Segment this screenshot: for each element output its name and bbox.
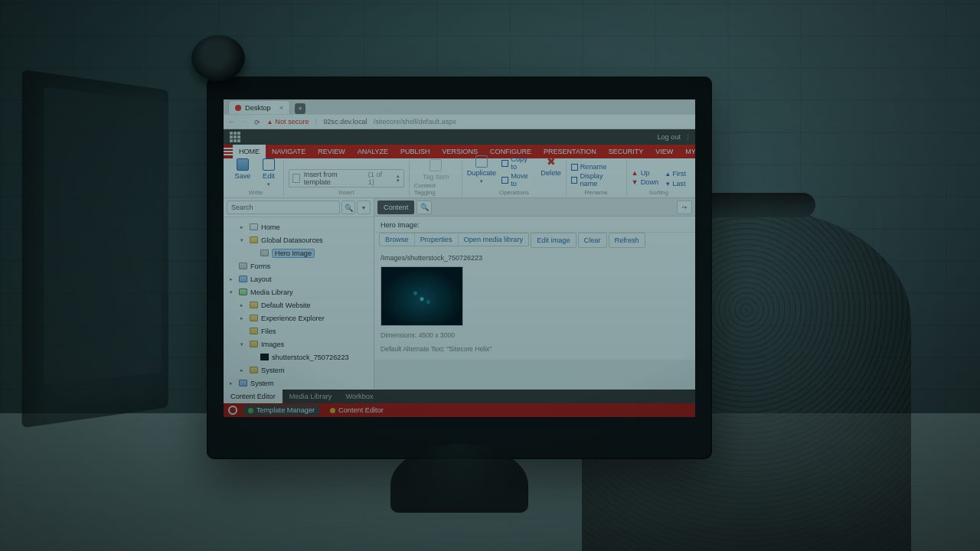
desktop-taskbar: Template Manager Content Editor bbox=[224, 403, 695, 417]
view-options-button[interactable]: ▪▾ bbox=[677, 201, 692, 214]
search-icon: 🔍 bbox=[345, 204, 353, 212]
system-icon bbox=[239, 380, 247, 386]
tree-node-default-site[interactable]: ▸Default Website bbox=[230, 298, 372, 311]
content-tree[interactable]: ▸Home ▾Global Datasources Hero Image For… bbox=[224, 217, 374, 390]
image-thumbnail[interactable] bbox=[381, 266, 463, 326]
new-tab-button[interactable]: + bbox=[295, 103, 305, 114]
forms-icon bbox=[239, 262, 247, 269]
tree-node-home[interactable]: ▸Home bbox=[230, 220, 372, 233]
sort-down-button[interactable]: ▼Down bbox=[632, 178, 659, 186]
content-search-button[interactable]: 🔍 bbox=[416, 201, 432, 214]
task-template-manager[interactable]: Template Manager bbox=[243, 405, 319, 416]
browse-link[interactable]: Browse bbox=[380, 233, 414, 246]
duplicate-button[interactable]: Duplicate▾ bbox=[467, 155, 495, 184]
edit-button[interactable]: Edit▾ bbox=[259, 158, 279, 187]
content-toolbar: Content 🔍 ▪▾ bbox=[374, 198, 695, 217]
sort-first-button[interactable]: ▴First bbox=[666, 169, 686, 178]
ribbon-tab-view[interactable]: VIEW bbox=[649, 145, 679, 158]
move-to-button[interactable]: Move to bbox=[501, 172, 534, 187]
open-media-link[interactable]: Open media library bbox=[458, 233, 529, 246]
spinner-icon[interactable]: ▲▼ bbox=[396, 174, 400, 183]
url-host[interactable]: 92sc.dev.local bbox=[323, 118, 368, 126]
url-path[interactable]: /sitecore/shell/default.aspx bbox=[374, 118, 456, 126]
folder-icon bbox=[250, 236, 258, 243]
tree-node-global[interactable]: ▾Global Datasources bbox=[230, 233, 372, 246]
image-dimensions: Dimensions: 4500 x 3000 bbox=[381, 331, 689, 340]
sitecore-logo-icon[interactable] bbox=[228, 406, 237, 415]
workspace: 🔍 ▼ ▸Home ▾Global Datasources Hero Image… bbox=[224, 198, 695, 390]
search-dropdown[interactable]: ▼ bbox=[357, 201, 371, 214]
rename-icon bbox=[571, 164, 578, 171]
properties-link[interactable]: Properties bbox=[414, 233, 458, 246]
save-button[interactable]: Save bbox=[233, 158, 253, 180]
tree-node-media[interactable]: ▾Media Library bbox=[230, 285, 372, 298]
search-button[interactable]: 🔍 bbox=[341, 201, 355, 214]
copy-icon bbox=[501, 160, 508, 167]
forward-icon[interactable]: → bbox=[241, 118, 248, 126]
close-tab-icon[interactable]: × bbox=[279, 104, 283, 112]
browser-tabbar: Desktop × + bbox=[224, 99, 695, 114]
tree-node-layout[interactable]: ▸Layout bbox=[230, 272, 372, 285]
reload-icon[interactable]: ⟳ bbox=[254, 118, 260, 126]
header-divider: | bbox=[688, 133, 689, 141]
content-pane: Content 🔍 ▪▾ Hero Image: Browse Properti… bbox=[374, 198, 695, 390]
field-section-title: Hero Image: bbox=[374, 217, 695, 233]
ribbon-tab-home[interactable]: HOME bbox=[233, 145, 266, 158]
folder-icon bbox=[250, 328, 258, 334]
search-icon: 🔍 bbox=[420, 203, 429, 211]
ribbon-tab-mytoolbar[interactable]: MY TOOLBAR bbox=[679, 145, 695, 158]
green-dot-icon bbox=[248, 408, 253, 413]
tab-media-library[interactable]: Media Library bbox=[283, 390, 339, 403]
tree-node-shutterstock[interactable]: shutterstock_750726223 bbox=[230, 350, 372, 364]
tree-node-images[interactable]: ▾Images bbox=[230, 337, 372, 350]
first-icon: ▴ bbox=[666, 169, 670, 178]
ribbon-tab-analyze[interactable]: ANALYZE bbox=[351, 145, 394, 158]
last-icon: ▾ bbox=[666, 179, 670, 187]
tag-icon bbox=[430, 159, 442, 171]
tab-content-editor[interactable]: Content Editor bbox=[224, 390, 283, 403]
browser-tab[interactable]: Desktop × bbox=[228, 100, 290, 114]
ribbon-tab-security[interactable]: SECURITY bbox=[603, 145, 650, 158]
tree-node-files[interactable]: Files bbox=[230, 324, 372, 337]
hamburger-icon[interactable] bbox=[224, 145, 233, 158]
refresh-link[interactable]: Refresh bbox=[609, 233, 645, 248]
security-warning[interactable]: Not secure bbox=[266, 118, 309, 126]
ribbon-tab-publish[interactable]: PUBLISH bbox=[394, 145, 436, 158]
ribbon-tab-review[interactable]: REVIEW bbox=[312, 145, 351, 158]
task-content-editor[interactable]: Content Editor bbox=[325, 405, 388, 416]
sort-up-button[interactable]: ▲Up bbox=[632, 169, 659, 177]
up-arrow-icon: ▲ bbox=[632, 169, 639, 177]
sitecore-header: Log out | bbox=[224, 129, 695, 145]
page-icon bbox=[292, 174, 300, 183]
ribbon-tabs: HOME NAVIGATE REVIEW ANALYZE PUBLISH VER… bbox=[224, 145, 695, 158]
tree-search-row: 🔍 ▼ bbox=[224, 198, 374, 217]
duplicate-icon bbox=[475, 155, 488, 168]
tab-workbox[interactable]: Workbox bbox=[338, 390, 380, 403]
ribbon-tab-navigate[interactable]: NAVIGATE bbox=[266, 145, 312, 158]
tree-node-system[interactable]: ▸System bbox=[230, 377, 372, 390]
folder-icon bbox=[250, 315, 258, 321]
tree-node-hero-image[interactable]: Hero Image bbox=[230, 246, 372, 259]
ribbon-body: Save Edit▾ Write Insert from template (1… bbox=[224, 158, 695, 198]
content-tab-button[interactable]: Content bbox=[377, 201, 414, 214]
tree-node-exp-explorer[interactable]: ▸Experience Explorer bbox=[230, 311, 372, 324]
clear-link[interactable]: Clear bbox=[578, 233, 607, 248]
image-field-actions: Browse Properties Open media library Edi… bbox=[374, 233, 695, 253]
display-name-button[interactable]: Display name bbox=[571, 172, 622, 187]
insert-template-button[interactable]: Insert from template (1 of 1) ▲▼ bbox=[289, 169, 404, 187]
home-icon bbox=[250, 223, 258, 230]
rename-button[interactable]: Rename bbox=[571, 163, 622, 171]
sort-last-button[interactable]: ▾Last bbox=[666, 179, 686, 187]
layout-icon bbox=[239, 276, 247, 282]
logout-link[interactable]: Log out bbox=[657, 133, 681, 141]
copy-to-button[interactable]: Copy to bbox=[501, 155, 534, 171]
launchpad-icon[interactable] bbox=[230, 132, 240, 142]
back-icon[interactable]: ← bbox=[228, 118, 235, 126]
search-input[interactable] bbox=[227, 201, 340, 214]
tree-node-forms[interactable]: Forms bbox=[230, 259, 372, 272]
edit-image-link[interactable]: Edit image bbox=[531, 233, 576, 248]
folder-icon bbox=[250, 302, 258, 308]
display-name-icon bbox=[571, 177, 578, 184]
delete-button[interactable]: ✖Delete bbox=[541, 155, 561, 177]
tree-node-media-system[interactable]: ▸System bbox=[230, 364, 372, 377]
